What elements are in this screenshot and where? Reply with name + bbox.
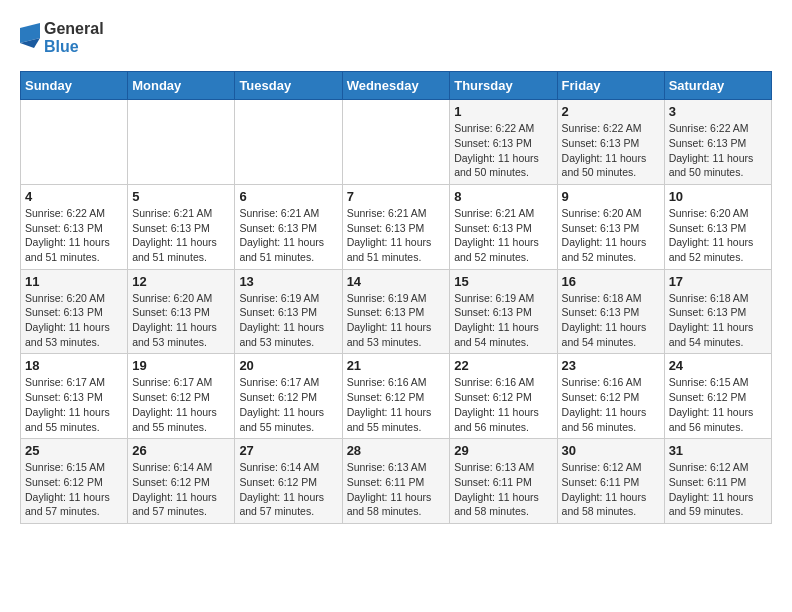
- day-number: 14: [347, 274, 446, 289]
- day-info: Sunrise: 6:16 AM Sunset: 6:12 PM Dayligh…: [454, 375, 552, 434]
- day-info: Sunrise: 6:22 AM Sunset: 6:13 PM Dayligh…: [562, 121, 660, 180]
- day-number: 8: [454, 189, 552, 204]
- day-number: 4: [25, 189, 123, 204]
- day-number: 13: [239, 274, 337, 289]
- calendar-cell: 12Sunrise: 6:20 AM Sunset: 6:13 PM Dayli…: [128, 269, 235, 354]
- calendar-cell: 19Sunrise: 6:17 AM Sunset: 6:12 PM Dayli…: [128, 354, 235, 439]
- calendar-cell: 8Sunrise: 6:21 AM Sunset: 6:13 PM Daylig…: [450, 184, 557, 269]
- calendar-week-row: 25Sunrise: 6:15 AM Sunset: 6:12 PM Dayli…: [21, 439, 772, 524]
- calendar-cell: [21, 100, 128, 185]
- weekday-header-thursday: Thursday: [450, 72, 557, 100]
- calendar-cell: [128, 100, 235, 185]
- calendar-cell: 5Sunrise: 6:21 AM Sunset: 6:13 PM Daylig…: [128, 184, 235, 269]
- weekday-header-wednesday: Wednesday: [342, 72, 450, 100]
- logo: GeneralBlue: [20, 20, 104, 55]
- calendar-cell: 17Sunrise: 6:18 AM Sunset: 6:13 PM Dayli…: [664, 269, 771, 354]
- day-number: 31: [669, 443, 767, 458]
- day-info: Sunrise: 6:20 AM Sunset: 6:13 PM Dayligh…: [25, 291, 123, 350]
- day-info: Sunrise: 6:19 AM Sunset: 6:13 PM Dayligh…: [454, 291, 552, 350]
- calendar-cell: 20Sunrise: 6:17 AM Sunset: 6:12 PM Dayli…: [235, 354, 342, 439]
- calendar-cell: 6Sunrise: 6:21 AM Sunset: 6:13 PM Daylig…: [235, 184, 342, 269]
- day-info: Sunrise: 6:21 AM Sunset: 6:13 PM Dayligh…: [454, 206, 552, 265]
- day-info: Sunrise: 6:15 AM Sunset: 6:12 PM Dayligh…: [669, 375, 767, 434]
- day-info: Sunrise: 6:14 AM Sunset: 6:12 PM Dayligh…: [132, 460, 230, 519]
- calendar-cell: 16Sunrise: 6:18 AM Sunset: 6:13 PM Dayli…: [557, 269, 664, 354]
- day-number: 9: [562, 189, 660, 204]
- day-info: Sunrise: 6:16 AM Sunset: 6:12 PM Dayligh…: [562, 375, 660, 434]
- day-number: 15: [454, 274, 552, 289]
- day-info: Sunrise: 6:15 AM Sunset: 6:12 PM Dayligh…: [25, 460, 123, 519]
- day-info: Sunrise: 6:21 AM Sunset: 6:13 PM Dayligh…: [239, 206, 337, 265]
- weekday-header-sunday: Sunday: [21, 72, 128, 100]
- day-info: Sunrise: 6:16 AM Sunset: 6:12 PM Dayligh…: [347, 375, 446, 434]
- logo-general: General: [44, 20, 104, 38]
- weekday-header-friday: Friday: [557, 72, 664, 100]
- calendar-week-row: 4Sunrise: 6:22 AM Sunset: 6:13 PM Daylig…: [21, 184, 772, 269]
- day-number: 1: [454, 104, 552, 119]
- calendar-cell: 31Sunrise: 6:12 AM Sunset: 6:11 PM Dayli…: [664, 439, 771, 524]
- calendar-cell: 2Sunrise: 6:22 AM Sunset: 6:13 PM Daylig…: [557, 100, 664, 185]
- calendar-cell: 25Sunrise: 6:15 AM Sunset: 6:12 PM Dayli…: [21, 439, 128, 524]
- calendar-header: SundayMondayTuesdayWednesdayThursdayFrid…: [21, 72, 772, 100]
- day-info: Sunrise: 6:21 AM Sunset: 6:13 PM Dayligh…: [347, 206, 446, 265]
- weekday-header-saturday: Saturday: [664, 72, 771, 100]
- weekday-header-monday: Monday: [128, 72, 235, 100]
- day-info: Sunrise: 6:20 AM Sunset: 6:13 PM Dayligh…: [669, 206, 767, 265]
- day-info: Sunrise: 6:20 AM Sunset: 6:13 PM Dayligh…: [562, 206, 660, 265]
- calendar-cell: 29Sunrise: 6:13 AM Sunset: 6:11 PM Dayli…: [450, 439, 557, 524]
- day-info: Sunrise: 6:22 AM Sunset: 6:13 PM Dayligh…: [669, 121, 767, 180]
- calendar-cell: 24Sunrise: 6:15 AM Sunset: 6:12 PM Dayli…: [664, 354, 771, 439]
- logo-text: GeneralBlue: [44, 20, 104, 55]
- calendar-cell: 21Sunrise: 6:16 AM Sunset: 6:12 PM Dayli…: [342, 354, 450, 439]
- calendar-cell: 14Sunrise: 6:19 AM Sunset: 6:13 PM Dayli…: [342, 269, 450, 354]
- calendar-week-row: 11Sunrise: 6:20 AM Sunset: 6:13 PM Dayli…: [21, 269, 772, 354]
- day-info: Sunrise: 6:12 AM Sunset: 6:11 PM Dayligh…: [562, 460, 660, 519]
- day-info: Sunrise: 6:21 AM Sunset: 6:13 PM Dayligh…: [132, 206, 230, 265]
- calendar-cell: 4Sunrise: 6:22 AM Sunset: 6:13 PM Daylig…: [21, 184, 128, 269]
- day-number: 12: [132, 274, 230, 289]
- calendar-cell: 18Sunrise: 6:17 AM Sunset: 6:13 PM Dayli…: [21, 354, 128, 439]
- day-number: 11: [25, 274, 123, 289]
- day-number: 28: [347, 443, 446, 458]
- calendar-cell: 15Sunrise: 6:19 AM Sunset: 6:13 PM Dayli…: [450, 269, 557, 354]
- calendar-cell: 9Sunrise: 6:20 AM Sunset: 6:13 PM Daylig…: [557, 184, 664, 269]
- day-info: Sunrise: 6:17 AM Sunset: 6:12 PM Dayligh…: [132, 375, 230, 434]
- calendar-cell: 26Sunrise: 6:14 AM Sunset: 6:12 PM Dayli…: [128, 439, 235, 524]
- day-info: Sunrise: 6:19 AM Sunset: 6:13 PM Dayligh…: [347, 291, 446, 350]
- day-number: 27: [239, 443, 337, 458]
- day-number: 20: [239, 358, 337, 373]
- day-info: Sunrise: 6:13 AM Sunset: 6:11 PM Dayligh…: [347, 460, 446, 519]
- header: GeneralBlue: [20, 20, 772, 55]
- logo-blue: Blue: [44, 38, 104, 56]
- day-number: 21: [347, 358, 446, 373]
- calendar-cell: 10Sunrise: 6:20 AM Sunset: 6:13 PM Dayli…: [664, 184, 771, 269]
- day-info: Sunrise: 6:19 AM Sunset: 6:13 PM Dayligh…: [239, 291, 337, 350]
- day-info: Sunrise: 6:12 AM Sunset: 6:11 PM Dayligh…: [669, 460, 767, 519]
- calendar-cell: 27Sunrise: 6:14 AM Sunset: 6:12 PM Dayli…: [235, 439, 342, 524]
- day-number: 18: [25, 358, 123, 373]
- calendar-cell: 30Sunrise: 6:12 AM Sunset: 6:11 PM Dayli…: [557, 439, 664, 524]
- calendar-cell: 7Sunrise: 6:21 AM Sunset: 6:13 PM Daylig…: [342, 184, 450, 269]
- day-number: 17: [669, 274, 767, 289]
- calendar-cell: 22Sunrise: 6:16 AM Sunset: 6:12 PM Dayli…: [450, 354, 557, 439]
- day-number: 26: [132, 443, 230, 458]
- day-info: Sunrise: 6:17 AM Sunset: 6:12 PM Dayligh…: [239, 375, 337, 434]
- day-info: Sunrise: 6:20 AM Sunset: 6:13 PM Dayligh…: [132, 291, 230, 350]
- day-number: 23: [562, 358, 660, 373]
- day-info: Sunrise: 6:22 AM Sunset: 6:13 PM Dayligh…: [25, 206, 123, 265]
- day-number: 10: [669, 189, 767, 204]
- day-number: 25: [25, 443, 123, 458]
- weekday-header-row: SundayMondayTuesdayWednesdayThursdayFrid…: [21, 72, 772, 100]
- day-info: Sunrise: 6:22 AM Sunset: 6:13 PM Dayligh…: [454, 121, 552, 180]
- calendar-week-row: 18Sunrise: 6:17 AM Sunset: 6:13 PM Dayli…: [21, 354, 772, 439]
- day-info: Sunrise: 6:17 AM Sunset: 6:13 PM Dayligh…: [25, 375, 123, 434]
- day-info: Sunrise: 6:18 AM Sunset: 6:13 PM Dayligh…: [562, 291, 660, 350]
- logo-arrow-icon: [20, 23, 40, 53]
- calendar-cell: 3Sunrise: 6:22 AM Sunset: 6:13 PM Daylig…: [664, 100, 771, 185]
- day-info: Sunrise: 6:18 AM Sunset: 6:13 PM Dayligh…: [669, 291, 767, 350]
- calendar-cell: 28Sunrise: 6:13 AM Sunset: 6:11 PM Dayli…: [342, 439, 450, 524]
- day-number: 19: [132, 358, 230, 373]
- day-info: Sunrise: 6:13 AM Sunset: 6:11 PM Dayligh…: [454, 460, 552, 519]
- day-number: 22: [454, 358, 552, 373]
- calendar-cell: 13Sunrise: 6:19 AM Sunset: 6:13 PM Dayli…: [235, 269, 342, 354]
